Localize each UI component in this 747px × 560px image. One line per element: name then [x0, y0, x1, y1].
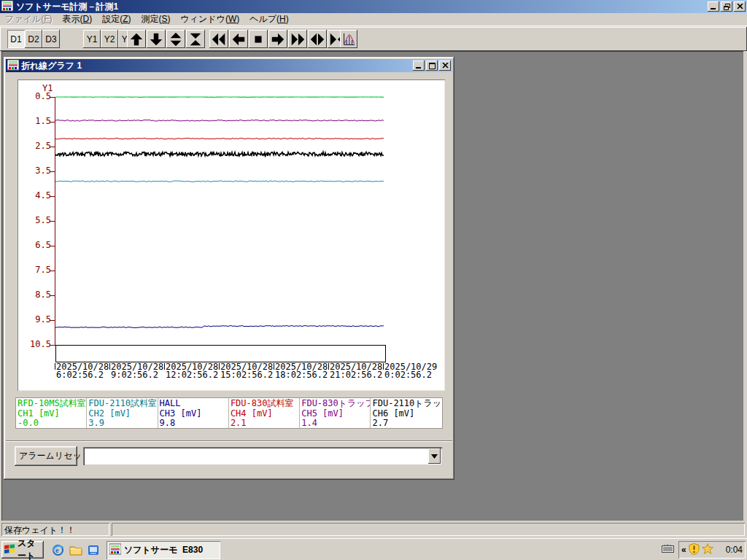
arrow-down-icon — [148, 31, 164, 47]
mdi-area: 折れ線グラフ 1 Y10.51.52.53.54.55.56.57.58.59.… — [1, 51, 743, 521]
star-icon[interactable] — [702, 543, 713, 556]
channel-label: CH6 [mV] — [372, 409, 440, 419]
toolbar-button-arrow-right[interactable] — [268, 30, 287, 48]
legend-cell-ch5: FDU-830トラップCH5 [mV]1.4 — [300, 398, 371, 428]
x-tick-label: 2025/10/2821:02:56.2 — [328, 363, 382, 379]
ie-icon[interactable]: e — [51, 543, 64, 556]
system-tray: « 0:04 — [678, 541, 746, 559]
series-line-ch3 — [55, 326, 384, 328]
status-bar: 保存ウェイト！！ — [0, 521, 747, 538]
graph-window-icon — [7, 59, 19, 73]
security-shield-icon[interactable] — [689, 543, 700, 557]
graph-window-titlebar: 折れ線グラフ 1 — [6, 59, 452, 72]
channel-name: RFD-10MS試料室 — [18, 399, 85, 409]
menu-item-3[interactable]: 測定(S) — [136, 12, 175, 27]
start-button[interactable]: スタート — [1, 541, 44, 559]
toolbar-button-y1[interactable]: Y1 — [83, 30, 101, 48]
channel-name: FDU-2110トラップ — [372, 399, 440, 409]
toolbar-button-skip-left[interactable] — [209, 30, 228, 48]
channel-label: CH3 [mV] — [160, 409, 227, 419]
menu-item-2[interactable]: 設定(Z) — [97, 12, 136, 27]
legend-cell-ch1: RFD-10MS試料室CH1 [mV]-0.0 — [16, 398, 87, 428]
compress-vertical-icon — [187, 31, 204, 47]
x-tick-label: 2025/10/290:02:56.2 — [383, 363, 437, 379]
channel-name: FDU-2110試料室 — [88, 399, 155, 409]
legend-cell-ch4: FDU-830試料室CH4 [mV]2.1 — [229, 398, 300, 428]
show-desktop-icon[interactable] — [87, 543, 100, 556]
toolbar-button-d1[interactable]: D1 — [7, 30, 25, 48]
toolbar-button-stop[interactable] — [249, 30, 268, 48]
plot-area — [18, 79, 445, 391]
channel-name: HALL — [160, 399, 227, 409]
channel-value: 2.7 — [372, 419, 440, 428]
taskbar: スタート e ソフトサーモ E830 « 0:04 — [0, 538, 747, 560]
graph-window: 折れ線グラフ 1 Y10.51.52.53.54.55.56.57.58.59.… — [4, 57, 454, 480]
legend-cell-ch3: HALLCH3 [mV]9.8 — [158, 398, 229, 428]
series-line-ch5 — [55, 120, 384, 122]
toolbar-button-arrow-up[interactable] — [127, 30, 146, 48]
toolbar-button-d3[interactable]: D3 — [42, 30, 60, 48]
menu-item-0: ファイル(F) — [0, 12, 57, 27]
chart-panel: Y10.51.52.53.54.55.56.57.58.59.510.52025… — [18, 79, 445, 391]
arrow-right-icon — [270, 31, 286, 47]
arrow-up-icon — [128, 31, 144, 47]
folder-icon[interactable] — [69, 543, 82, 556]
legend-cell-ch6: FDU-2110トラップCH6 [mV]2.7 — [371, 398, 441, 428]
x-tick-label: 2025/10/286:02:56.2 — [55, 363, 109, 379]
keyboard-icon[interactable] — [662, 544, 674, 555]
graph-icon — [341, 31, 357, 47]
menu-bar: ファイル(F)表示(D)設定(Z)測定(S)ウィンドウ(W)ヘルプ(H) — [0, 13, 747, 26]
channel-label: CH5 [mV] — [301, 409, 368, 419]
toolbar-button-expand-vertical[interactable] — [166, 30, 185, 48]
expand-vertical-icon — [168, 31, 184, 47]
channel-label: CH2 [mV] — [88, 409, 155, 419]
channel-value: 1.4 — [301, 419, 368, 428]
toolbar-button-arrow-left[interactable] — [229, 30, 248, 48]
menu-item-4[interactable]: ウィンドウ(W) — [176, 12, 245, 27]
message-combobox[interactable] — [83, 447, 442, 465]
alarm-reset-button[interactable]: アラームリセット — [15, 446, 77, 466]
taskbar-clock: 0:04 — [726, 545, 743, 555]
menu-item-5[interactable]: ヘルプ(H) — [244, 12, 294, 27]
x-tick-label: 2025/10/2812:02:56.2 — [164, 363, 218, 379]
tray-overflow-chevron[interactable]: « — [681, 545, 686, 555]
desktop: ソフトサーモ計測－計測1 ファイル(F)表示(D)設定(Z)測定(S)ウィンドウ… — [0, 0, 747, 560]
minimize-button[interactable] — [708, 1, 719, 12]
windows-logo-icon — [4, 543, 15, 556]
x-tick-label: 2025/10/2818:02:56.2 — [274, 363, 328, 379]
series-line-ch4 — [55, 138, 384, 139]
graph-close-button[interactable] — [439, 61, 451, 71]
svg-text:e: e — [55, 546, 59, 554]
toolbar-button-d2[interactable]: D2 — [25, 30, 42, 48]
taskbar-app-button[interactable]: ソフトサーモ E830 — [107, 541, 220, 559]
close-button[interactable] — [734, 1, 746, 12]
status-message: 保存ウェイト！！ — [1, 523, 109, 536]
channel-label: CH1 [mV] — [18, 409, 85, 419]
toolbar-button-skip-right[interactable] — [288, 30, 307, 48]
toolbar-button-compress-vertical[interactable] — [186, 30, 205, 48]
arrow-left-icon — [231, 31, 247, 47]
skip-right-icon — [290, 31, 306, 47]
combobox-dropdown-button[interactable] — [428, 448, 441, 464]
channel-legend: RFD-10MS試料室CH1 [mV]-0.0FDU-2110試料室CH2 [m… — [15, 397, 443, 429]
series-line-ch6 — [55, 152, 384, 156]
toolbar-button-graph[interactable] — [340, 30, 357, 48]
window-title: ソフトサーモ計測－計測1 — [16, 1, 706, 13]
toolbar-button-y2[interactable]: Y2 — [101, 30, 118, 48]
separator — [6, 440, 452, 442]
channel-label: CH4 [mV] — [231, 409, 298, 419]
toolbar-button-expand-horizontal[interactable] — [308, 30, 327, 48]
expand-horizontal-icon — [309, 31, 325, 47]
graph-window-title: 折れ線グラフ 1 — [21, 60, 411, 72]
channel-value: 9.8 — [160, 419, 227, 428]
restore-button[interactable] — [721, 1, 732, 12]
menu-item-1[interactable]: 表示(D) — [57, 12, 97, 27]
channel-value: 2.1 — [231, 419, 298, 428]
x-tick-label: 2025/10/289:02:56.2 — [109, 363, 163, 379]
skip-left-icon — [211, 31, 227, 47]
graph-maximize-button[interactable] — [426, 61, 438, 71]
graph-minimize-button[interactable] — [413, 61, 425, 71]
toolbar-button-arrow-down[interactable] — [147, 30, 166, 48]
channel-value: -0.0 — [18, 419, 85, 428]
legend-cell-ch2: FDU-2110試料室CH2 [mV]3.9 — [87, 398, 158, 428]
